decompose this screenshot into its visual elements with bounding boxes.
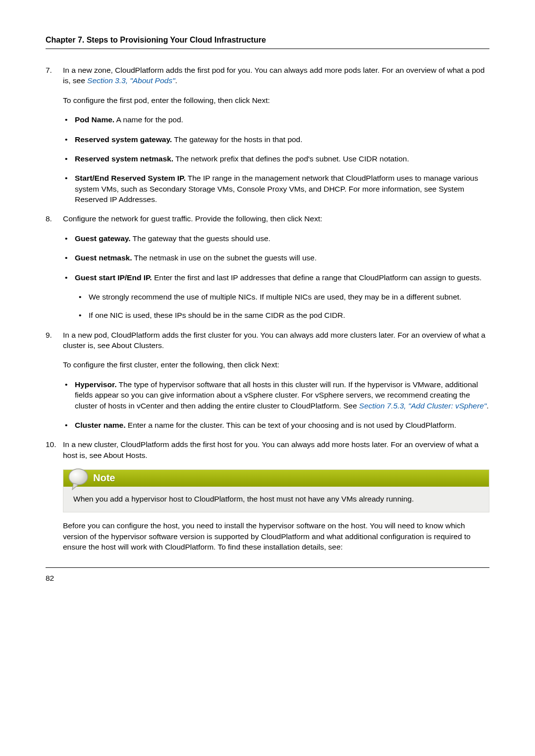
step-10: 10. In a new cluster, CloudPlatform adds…: [46, 439, 489, 552]
page-number: 82: [46, 573, 489, 583]
step-7-instruction: To configure the first pod, enter the fo…: [63, 95, 489, 105]
field-desc: Enter a name for the cluster. This can b…: [126, 421, 456, 429]
field-desc: The gateway that the guests should use.: [131, 234, 270, 243]
list-item: Reserved system netmask. The network pre…: [75, 153, 489, 164]
text: If one NIC is used, these IPs should be …: [89, 311, 345, 319]
field-desc: The gateway for the hosts in that pod.: [172, 135, 302, 144]
list-item: Start/End Reserved System IP. The IP ran…: [75, 173, 489, 204]
speech-bubble-icon: [66, 467, 90, 492]
note-title: Note: [93, 471, 115, 485]
header-rule: [46, 49, 489, 49]
field-desc: The netmask in use on the subnet the gue…: [132, 253, 317, 262]
step-8: 8. Configure the network for guest traff…: [46, 213, 489, 320]
field-label: Guest gateway.: [75, 234, 131, 243]
field-label: Reserved system gateway.: [75, 135, 172, 144]
field-label: Hypervisor.: [75, 380, 116, 389]
step-8-sub-bullets: We strongly recommend the use of multipl…: [75, 292, 489, 321]
step-number: 9.: [46, 330, 52, 340]
field-label: Pod Name.: [75, 115, 114, 124]
field-desc: Enter the first and last IP addresses th…: [152, 273, 482, 282]
chapter-heading: Chapter 7. Steps to Provisioning Your Cl…: [46, 35, 489, 46]
step-number: 7.: [46, 65, 52, 75]
footer-rule: [46, 567, 489, 568]
step-9-bullets: Hypervisor. The type of hypervisor softw…: [63, 379, 489, 431]
text: .: [486, 402, 488, 410]
note-body: When you add a hypervisor host to CloudP…: [63, 487, 489, 512]
field-label: Reserved system netmask.: [75, 154, 173, 163]
step-9: 9. In a new pod, CloudPlatform adds the …: [46, 330, 489, 431]
step-number: 8.: [46, 213, 52, 224]
list-item: Guest gateway. The gateway that the gues…: [75, 233, 489, 244]
step-10-followup: Before you can configure the host, you n…: [63, 520, 489, 552]
text: We strongly recommend the use of multipl…: [89, 293, 461, 301]
list-item: We strongly recommend the use of multipl…: [89, 292, 489, 302]
field-label: Start/End Reserved System IP.: [75, 174, 186, 182]
list-item: Pod Name. A name for the pod.: [75, 114, 489, 125]
step-10-intro: In a new cluster, CloudPlatform adds the…: [63, 439, 489, 460]
list-item: Cluster name. Enter a name for the clust…: [75, 420, 489, 430]
note-text: When you add a hypervisor host to CloudP…: [73, 495, 414, 503]
text: .: [175, 76, 177, 85]
field-desc: A name for the pod.: [114, 115, 183, 124]
note-callout: Note When you add a hypervisor host to C…: [63, 469, 489, 512]
step-8-instruction: Configure the network for guest traffic.…: [63, 213, 489, 224]
step-7: 7. In a new zone, CloudPlatform adds the…: [46, 65, 489, 204]
list-item: If one NIC is used, these IPs should be …: [89, 310, 489, 320]
svg-point-0: [69, 469, 88, 485]
step-number: 10.: [46, 439, 56, 450]
link-add-cluster-vsphere[interactable]: Section 7.5.3, "Add Cluster: vSphere": [359, 402, 486, 410]
list-item: Guest start IP/End IP. Enter the first a…: [75, 272, 489, 321]
step-9-instruction: To configure the first cluster, enter th…: [63, 359, 489, 370]
step-8-bullets: Guest gateway. The gateway that the gues…: [63, 233, 489, 321]
field-label: Cluster name.: [75, 421, 126, 429]
field-desc: The network prefix that defines the pod'…: [173, 154, 409, 163]
step-7-intro: In a new zone, CloudPlatform adds the fi…: [63, 65, 489, 86]
field-label: Guest start IP/End IP.: [75, 273, 152, 282]
step-7-bullets: Pod Name. A name for the pod. Reserved s…: [63, 114, 489, 204]
list-item: Hypervisor. The type of hypervisor softw…: [75, 379, 489, 411]
ordered-steps: 7. In a new zone, CloudPlatform adds the…: [46, 65, 489, 553]
list-item: Reserved system gateway. The gateway for…: [75, 134, 489, 145]
note-header: Note: [63, 470, 489, 487]
step-9-intro: In a new pod, CloudPlatform adds the fir…: [63, 330, 489, 351]
list-item: Guest netmask. The netmask in use on the…: [75, 252, 489, 263]
field-label: Guest netmask.: [75, 253, 132, 262]
link-about-pods[interactable]: Section 3.3, "About Pods": [87, 76, 175, 85]
